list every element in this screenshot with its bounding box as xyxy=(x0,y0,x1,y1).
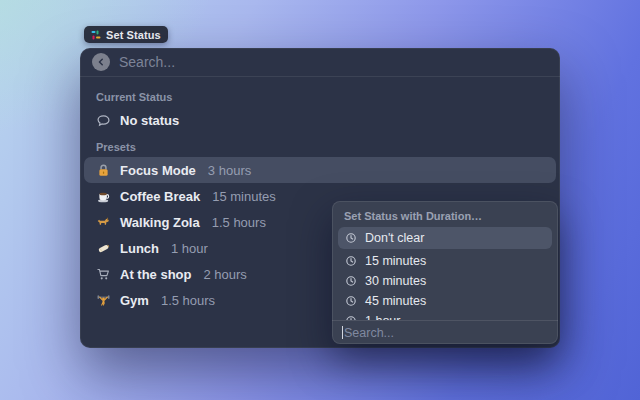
clock-icon xyxy=(345,275,357,287)
preset-label: Focus Mode xyxy=(120,163,196,178)
submenu-title: Set Status with Duration… xyxy=(332,201,558,227)
preset-label: At the shop xyxy=(120,267,192,282)
preset-duration: 3 hours xyxy=(208,163,251,178)
submenu-list: Don't clear 15 minutes 30 minutes 45 min… xyxy=(332,227,558,320)
speech-bubble-icon xyxy=(96,113,111,128)
lock-emoji xyxy=(96,163,111,178)
duration-option-30-minutes[interactable]: 30 minutes xyxy=(338,271,552,291)
duration-option-label: 15 minutes xyxy=(365,254,426,268)
list-item-no-status[interactable]: No status xyxy=(84,107,556,133)
submenu-search-placeholder: Search... xyxy=(344,326,394,340)
list-item-label: No status xyxy=(120,113,179,128)
duration-option-45-minutes[interactable]: 45 minutes xyxy=(338,291,552,311)
preset-duration: 1.5 hours xyxy=(212,215,266,230)
duration-option-1-hour[interactable]: 1 hour xyxy=(338,311,552,320)
preset-label: Gym xyxy=(120,293,149,308)
duration-submenu: Set Status with Duration… Don't clear 15… xyxy=(332,201,558,344)
coffee-emoji xyxy=(96,189,111,204)
duration-option-label: Don't clear xyxy=(365,231,424,245)
desktop: Set Status Search... Current Status No s… xyxy=(0,0,640,400)
preset-duration: 1 hour xyxy=(171,241,208,256)
chevron-left-icon xyxy=(96,57,106,67)
clock-icon xyxy=(345,232,357,244)
back-button[interactable] xyxy=(92,53,110,71)
preset-duration: 1.5 hours xyxy=(161,293,215,308)
shopping-cart-emoji xyxy=(96,267,111,282)
submenu-search-input[interactable]: Search... xyxy=(332,320,558,344)
set-status-badge: Set Status xyxy=(84,26,168,43)
clock-icon xyxy=(345,295,357,307)
clock-icon xyxy=(345,255,357,267)
duration-option-label: 30 minutes xyxy=(365,274,426,288)
preset-focus-mode[interactable]: Focus Mode 3 hours xyxy=(84,157,556,183)
duration-option-15-minutes[interactable]: 15 minutes xyxy=(338,251,552,271)
burrito-emoji xyxy=(96,241,111,256)
preset-label: Walking Zola xyxy=(120,215,200,230)
dog-emoji xyxy=(96,215,111,230)
badge-label: Set Status xyxy=(106,29,161,41)
preset-label: Lunch xyxy=(120,241,159,256)
duration-option-label: 45 minutes xyxy=(365,294,426,308)
weight-lifter-emoji xyxy=(96,293,111,308)
search-input[interactable]: Search... xyxy=(119,54,175,70)
header-divider xyxy=(80,76,560,77)
section-current-status: Current Status xyxy=(96,87,544,107)
preset-duration: 2 hours xyxy=(204,267,247,282)
search-header: Search... xyxy=(80,48,560,76)
section-presets: Presets xyxy=(96,137,544,157)
duration-option-dont-clear[interactable]: Don't clear xyxy=(338,227,552,249)
preset-duration: 15 minutes xyxy=(212,189,276,204)
preset-label: Coffee Break xyxy=(120,189,200,204)
slack-icon xyxy=(91,30,101,40)
text-caret xyxy=(342,326,343,339)
